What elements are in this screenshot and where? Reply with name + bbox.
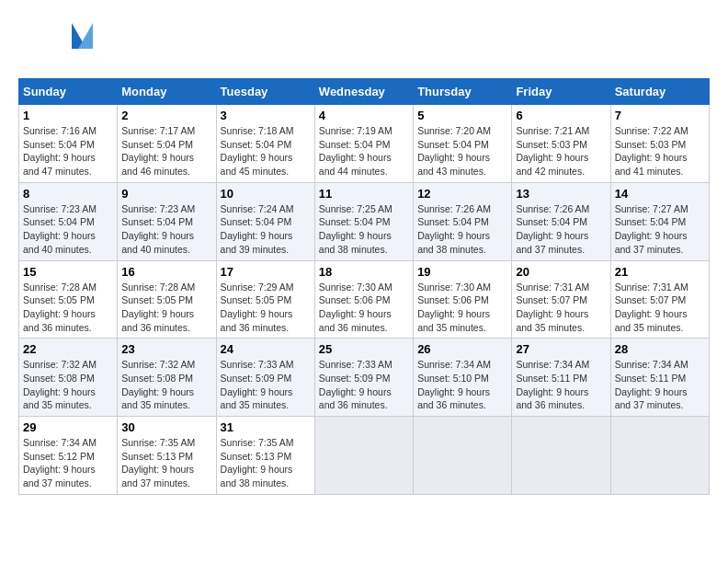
calendar-cell	[414, 417, 512, 495]
calendar-cell: 29Sunrise: 7:34 AMSunset: 5:12 PMDayligh…	[19, 417, 118, 495]
day-info: Sunrise: 7:26 AMSunset: 5:04 PMDaylight:…	[516, 202, 606, 257]
day-number: 8	[23, 187, 113, 201]
weekday-header-sunday: Sunday	[19, 79, 118, 105]
calendar-cell	[314, 417, 413, 495]
day-info: Sunrise: 7:35 AMSunset: 5:13 PMDaylight:…	[221, 436, 311, 490]
day-info: Sunrise: 7:31 AMSunset: 5:07 PMDaylight:…	[516, 281, 606, 335]
calendar-cell: 4Sunrise: 7:19 AMSunset: 5:04 PMDaylight…	[314, 105, 413, 183]
calendar-cell: 10Sunrise: 7:24 AMSunset: 5:04 PMDayligh…	[216, 182, 314, 260]
day-number: 22	[23, 342, 113, 356]
day-info: Sunrise: 7:18 AMSunset: 5:04 PMDaylight:…	[221, 124, 311, 178]
calendar-cell: 19Sunrise: 7:30 AMSunset: 5:06 PMDayligh…	[414, 260, 512, 339]
calendar-cell: 20Sunrise: 7:31 AMSunset: 5:07 PMDayligh…	[512, 260, 610, 339]
calendar-cell: 30Sunrise: 7:35 AMSunset: 5:13 PMDayligh…	[118, 417, 216, 495]
day-info: Sunrise: 7:20 AMSunset: 5:04 PMDaylight:…	[417, 124, 507, 178]
calendar-cell: 28Sunrise: 7:34 AMSunset: 5:11 PMDayligh…	[610, 339, 709, 417]
calendar-week-2: 8Sunrise: 7:23 AMSunset: 5:04 PMDaylight…	[19, 182, 710, 260]
day-number: 16	[121, 265, 211, 279]
calendar-cell: 25Sunrise: 7:33 AMSunset: 5:09 PMDayligh…	[314, 339, 413, 417]
calendar-cell: 27Sunrise: 7:34 AMSunset: 5:11 PMDayligh…	[512, 339, 610, 417]
day-info: Sunrise: 7:26 AMSunset: 5:04 PMDaylight:…	[417, 202, 507, 257]
day-info: Sunrise: 7:24 AMSunset: 5:04 PMDaylight:…	[221, 202, 311, 257]
day-info: Sunrise: 7:23 AMSunset: 5:04 PMDaylight:…	[23, 202, 113, 257]
calendar-week-4: 22Sunrise: 7:32 AMSunset: 5:08 PMDayligh…	[19, 339, 710, 417]
day-number: 6	[516, 109, 606, 122]
day-number: 14	[615, 187, 705, 201]
day-number: 21	[615, 265, 705, 279]
calendar-cell: 5Sunrise: 7:20 AMSunset: 5:04 PMDaylight…	[414, 105, 512, 183]
weekday-header-friday: Friday	[512, 79, 610, 105]
day-number: 3	[221, 109, 311, 122]
day-info: Sunrise: 7:19 AMSunset: 5:04 PMDaylight:…	[319, 124, 409, 178]
day-info: Sunrise: 7:21 AMSunset: 5:03 PMDaylight:…	[516, 124, 606, 178]
calendar-cell: 1Sunrise: 7:16 AMSunset: 5:04 PMDaylight…	[19, 105, 118, 183]
calendar-cell: 6Sunrise: 7:21 AMSunset: 5:03 PMDaylight…	[512, 105, 610, 183]
day-number: 17	[221, 265, 311, 279]
day-number: 5	[417, 109, 507, 122]
calendar-cell: 9Sunrise: 7:23 AMSunset: 5:04 PMDaylight…	[118, 182, 216, 260]
calendar-cell: 8Sunrise: 7:23 AMSunset: 5:04 PMDaylight…	[19, 182, 118, 260]
day-number: 18	[319, 265, 409, 279]
day-number: 27	[516, 342, 606, 356]
day-info: Sunrise: 7:27 AMSunset: 5:04 PMDaylight:…	[615, 202, 705, 257]
calendar-cell: 31Sunrise: 7:35 AMSunset: 5:13 PMDayligh…	[216, 417, 314, 495]
calendar-cell: 15Sunrise: 7:28 AMSunset: 5:05 PMDayligh…	[19, 260, 118, 339]
day-number: 26	[417, 342, 507, 356]
day-info: Sunrise: 7:34 AMSunset: 5:11 PMDaylight:…	[516, 358, 606, 412]
day-number: 23	[121, 342, 211, 356]
day-info: Sunrise: 7:30 AMSunset: 5:06 PMDaylight:…	[417, 281, 507, 335]
calendar-cell: 26Sunrise: 7:34 AMSunset: 5:10 PMDayligh…	[414, 339, 512, 417]
day-info: Sunrise: 7:30 AMSunset: 5:06 PMDaylight:…	[319, 281, 409, 335]
day-info: Sunrise: 7:23 AMSunset: 5:04 PMDaylight:…	[121, 202, 211, 257]
weekday-header-thursday: Thursday	[414, 79, 512, 105]
day-number: 24	[221, 342, 311, 356]
day-info: Sunrise: 7:34 AMSunset: 5:10 PMDaylight:…	[417, 358, 507, 412]
day-number: 30	[121, 420, 211, 434]
calendar-cell: 13Sunrise: 7:26 AMSunset: 5:04 PMDayligh…	[512, 182, 610, 260]
logo-triangle-light	[78, 23, 93, 49]
day-number: 15	[23, 265, 113, 279]
day-info: Sunrise: 7:28 AMSunset: 5:05 PMDaylight:…	[23, 281, 113, 335]
day-info: Sunrise: 7:31 AMSunset: 5:07 PMDaylight:…	[615, 281, 705, 335]
weekday-header-saturday: Saturday	[610, 79, 709, 105]
weekday-header-wednesday: Wednesday	[314, 79, 413, 105]
day-number: 2	[121, 109, 211, 122]
calendar-cell: 24Sunrise: 7:33 AMSunset: 5:09 PMDayligh…	[216, 339, 314, 417]
calendar-cell: 3Sunrise: 7:18 AMSunset: 5:04 PMDaylight…	[216, 105, 314, 183]
day-info: Sunrise: 7:34 AMSunset: 5:12 PMDaylight:…	[23, 436, 113, 490]
logo	[18, 18, 101, 69]
day-number: 9	[121, 187, 211, 201]
calendar-header-row: SundayMondayTuesdayWednesdayThursdayFrid…	[19, 79, 710, 105]
day-info: Sunrise: 7:29 AMSunset: 5:05 PMDaylight:…	[221, 281, 311, 335]
day-number: 28	[615, 342, 705, 356]
day-number: 13	[516, 187, 606, 201]
day-info: Sunrise: 7:33 AMSunset: 5:09 PMDaylight:…	[319, 358, 409, 412]
calendar-cell: 2Sunrise: 7:17 AMSunset: 5:04 PMDaylight…	[118, 105, 216, 183]
calendar-table: SundayMondayTuesdayWednesdayThursdayFrid…	[18, 78, 710, 495]
day-number: 7	[615, 109, 705, 122]
page-header	[18, 18, 710, 69]
calendar-cell: 11Sunrise: 7:25 AMSunset: 5:04 PMDayligh…	[314, 182, 413, 260]
day-info: Sunrise: 7:17 AMSunset: 5:04 PMDaylight:…	[121, 124, 211, 178]
calendar-week-5: 29Sunrise: 7:34 AMSunset: 5:12 PMDayligh…	[19, 417, 710, 495]
day-number: 20	[516, 265, 606, 279]
weekday-header-monday: Monday	[118, 79, 216, 105]
calendar-cell: 21Sunrise: 7:31 AMSunset: 5:07 PMDayligh…	[610, 260, 709, 339]
day-number: 10	[221, 187, 311, 201]
calendar-cell: 7Sunrise: 7:22 AMSunset: 5:03 PMDaylight…	[610, 105, 709, 183]
calendar-week-1: 1Sunrise: 7:16 AMSunset: 5:04 PMDaylight…	[19, 105, 710, 183]
calendar-cell: 18Sunrise: 7:30 AMSunset: 5:06 PMDayligh…	[314, 260, 413, 339]
day-info: Sunrise: 7:35 AMSunset: 5:13 PMDaylight:…	[121, 436, 211, 490]
calendar-cell: 17Sunrise: 7:29 AMSunset: 5:05 PMDayligh…	[216, 260, 314, 339]
calendar-cell: 14Sunrise: 7:27 AMSunset: 5:04 PMDayligh…	[610, 182, 709, 260]
day-number: 31	[221, 420, 311, 434]
calendar-cell	[610, 417, 709, 495]
day-info: Sunrise: 7:33 AMSunset: 5:09 PMDaylight:…	[221, 358, 311, 412]
day-info: Sunrise: 7:22 AMSunset: 5:03 PMDaylight:…	[615, 124, 705, 178]
day-info: Sunrise: 7:32 AMSunset: 5:08 PMDaylight:…	[121, 358, 211, 412]
day-info: Sunrise: 7:25 AMSunset: 5:04 PMDaylight:…	[319, 202, 409, 257]
calendar-cell: 23Sunrise: 7:32 AMSunset: 5:08 PMDayligh…	[118, 339, 216, 417]
day-number: 1	[23, 109, 113, 122]
day-info: Sunrise: 7:16 AMSunset: 5:04 PMDaylight:…	[23, 124, 113, 178]
calendar-cell: 12Sunrise: 7:26 AMSunset: 5:04 PMDayligh…	[414, 182, 512, 260]
